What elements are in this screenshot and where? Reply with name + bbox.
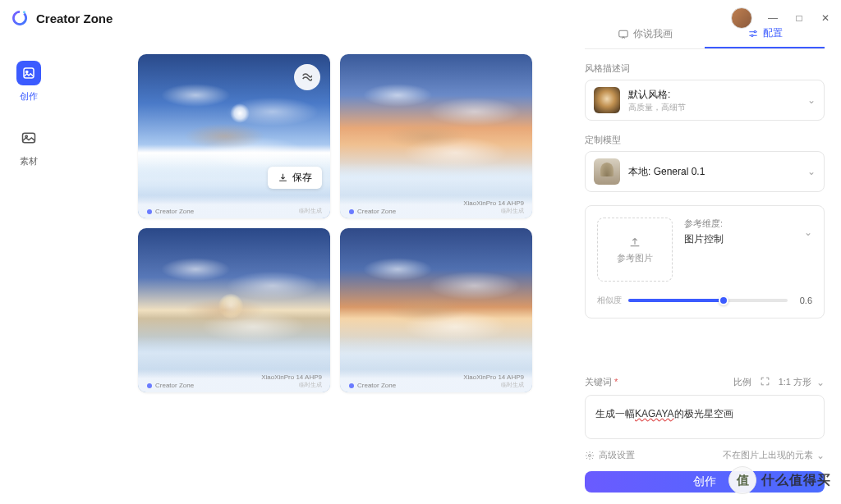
- ref-dim-value: 图片控制: [684, 232, 724, 246]
- svg-point-5: [147, 209, 152, 214]
- model-thumbnail: [594, 158, 620, 185]
- reference-section: 参考图片 参考维度: 图片控制 ⌄ 相似度 0.6: [585, 205, 825, 318]
- tab-prompt[interactable]: 你说我画: [585, 20, 705, 48]
- nav-item-assets[interactable]: 素材: [16, 126, 41, 167]
- svg-point-4: [25, 135, 27, 138]
- download-icon: [278, 172, 288, 183]
- config-panel: 你说我画 配置 风格描述词 默认风格: 高质量，高细节 ⌄ 定制模型 本地: G…: [585, 20, 825, 493]
- svg-point-0: [23, 11, 25, 14]
- chat-icon: [618, 29, 629, 40]
- app-logo-icon: [10, 8, 30, 28]
- upload-icon: [628, 236, 641, 249]
- svg-point-11: [751, 34, 752, 36]
- style-title: 默认风格:: [628, 88, 799, 102]
- result-image: [340, 228, 532, 392]
- model-section: 定制模型 本地: General 0.1 ⌄: [585, 134, 825, 192]
- watermark: 值 什么值得买: [728, 466, 831, 494]
- card-footer: Creator Zone 临时生成: [138, 195, 330, 218]
- gear-icon: [585, 451, 595, 460]
- upload-reference-button[interactable]: 参考图片: [597, 218, 673, 282]
- result-image: [138, 228, 330, 392]
- svg-point-7: [147, 383, 152, 388]
- chevron-down-icon: ⌄: [804, 227, 812, 238]
- ratio-label: 比例: [733, 376, 751, 388]
- card-footer: Creator Zone XiaoXinPro 14 AHP9临时生成: [340, 369, 532, 392]
- ratio-select[interactable]: 1:1 方形 ⌄: [779, 376, 825, 388]
- create-icon: [16, 61, 41, 85]
- svg-rect-3: [23, 133, 35, 143]
- nav-item-create[interactable]: 创作: [16, 61, 41, 103]
- advanced-settings-toggle[interactable]: 高级设置: [585, 449, 635, 461]
- chevron-down-icon: ⌄: [807, 94, 816, 106]
- app-logo: Creator Zone: [10, 8, 113, 28]
- watermark-text: 什么值得买: [761, 472, 831, 489]
- card-footer: Creator Zone XiaoXinPro 14 AHP9临时生成: [340, 195, 532, 218]
- nav-label-assets: 素材: [20, 155, 38, 167]
- keywords-header: 关键词 * 比例 1:1 方形 ⌄: [585, 376, 825, 388]
- similarity-slider-row: 相似度 0.6: [597, 295, 812, 306]
- result-card[interactable]: Creator Zone XiaoXinPro 14 AHP9临时生成: [340, 228, 532, 392]
- chevron-down-icon: ⌄: [816, 450, 825, 461]
- model-title: 本地: General 0.1: [628, 165, 799, 179]
- reference-dimension-row[interactable]: 参考维度: 图片控制 ⌄: [684, 218, 812, 246]
- variations-icon[interactable]: [294, 64, 320, 90]
- style-section: 风格描述词 默认风格: 高质量，高细节 ⌄: [585, 62, 825, 121]
- model-section-label: 定制模型: [585, 134, 825, 146]
- result-image: [340, 54, 532, 218]
- results-grid: 保存 Creator Zone 临时生成 Creator Zone XiaoXi…: [138, 54, 532, 392]
- slider-thumb[interactable]: [719, 296, 728, 305]
- svg-point-6: [349, 209, 354, 214]
- upload-label: 参考图片: [617, 252, 653, 264]
- style-thumbnail: [594, 87, 620, 113]
- aspect-ratio-icon: [760, 376, 770, 388]
- save-label: 保存: [292, 171, 312, 185]
- save-button[interactable]: 保存: [268, 167, 322, 189]
- app-title: Creator Zone: [36, 11, 113, 25]
- similarity-slider[interactable]: [628, 299, 788, 302]
- chevron-down-icon: ⌄: [816, 377, 825, 388]
- similarity-label: 相似度: [597, 295, 622, 306]
- prompt-input[interactable]: 生成一幅KAGAYA的极光星空画: [585, 395, 825, 439]
- advanced-row: 高级设置 不在图片上出现的元素 ⌄: [585, 449, 825, 461]
- result-card[interactable]: 保存 Creator Zone 临时生成: [138, 54, 330, 218]
- svg-rect-9: [618, 30, 627, 37]
- sliders-icon: [747, 28, 759, 39]
- style-select[interactable]: 默认风格: 高质量，高细节 ⌄: [585, 80, 825, 121]
- svg-point-2: [26, 71, 28, 72]
- nav-label-create: 创作: [20, 90, 38, 103]
- model-select[interactable]: 本地: General 0.1 ⌄: [585, 151, 825, 192]
- result-card[interactable]: Creator Zone XiaoXinPro 14 AHP9临时生成: [138, 228, 330, 392]
- chevron-down-icon: ⌄: [807, 166, 816, 177]
- svg-point-10: [754, 30, 756, 32]
- style-section-label: 风格描述词: [585, 62, 825, 75]
- keywords-label: 关键词 *: [585, 376, 618, 388]
- negative-prompt-toggle[interactable]: 不在图片上出现的元素 ⌄: [723, 449, 825, 461]
- svg-point-8: [349, 383, 354, 388]
- watermark-badge: 值: [728, 466, 756, 494]
- result-card[interactable]: Creator Zone XiaoXinPro 14 AHP9临时生成: [340, 54, 532, 218]
- ref-dim-label: 参考维度:: [684, 218, 724, 230]
- svg-rect-1: [24, 68, 34, 78]
- style-subtitle: 高质量，高细节: [628, 102, 799, 113]
- assets-icon: [16, 126, 41, 150]
- nav-rail: 创作 素材: [0, 46, 57, 167]
- svg-point-12: [589, 454, 591, 456]
- card-footer: Creator Zone XiaoXinPro 14 AHP9临时生成: [138, 369, 330, 392]
- tab-config[interactable]: 配置: [705, 20, 825, 48]
- similarity-value: 0.6: [794, 296, 812, 305]
- panel-tabs: 你说我画 配置: [585, 20, 825, 49]
